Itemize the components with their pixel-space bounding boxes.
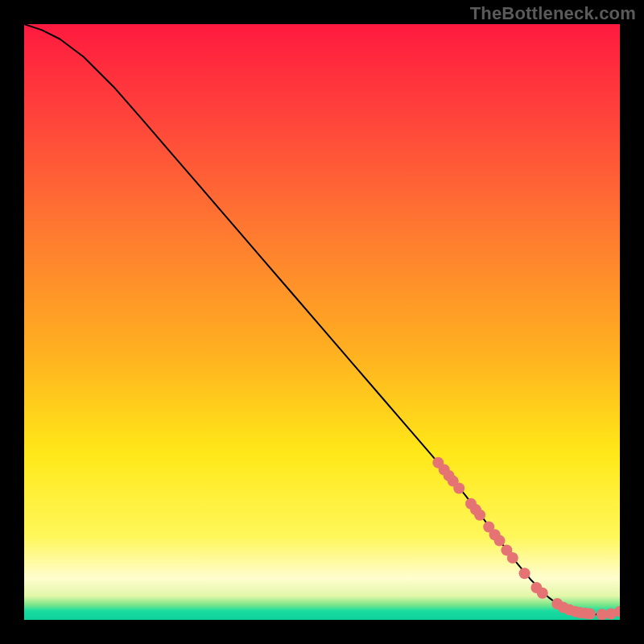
chart-overlay-svg (24, 24, 620, 620)
data-point (507, 552, 518, 564)
data-point (494, 535, 506, 547)
data-point (537, 588, 548, 599)
data-point (453, 482, 464, 493)
data-point (584, 609, 596, 620)
data-point (474, 510, 485, 521)
plot-area (24, 24, 620, 620)
chart-frame: TheBottleneck.com (0, 0, 644, 644)
data-point (519, 568, 530, 579)
main-curve (24, 24, 620, 614)
data-markers (432, 457, 620, 620)
watermark-text: TheBottleneck.com (470, 3, 636, 24)
